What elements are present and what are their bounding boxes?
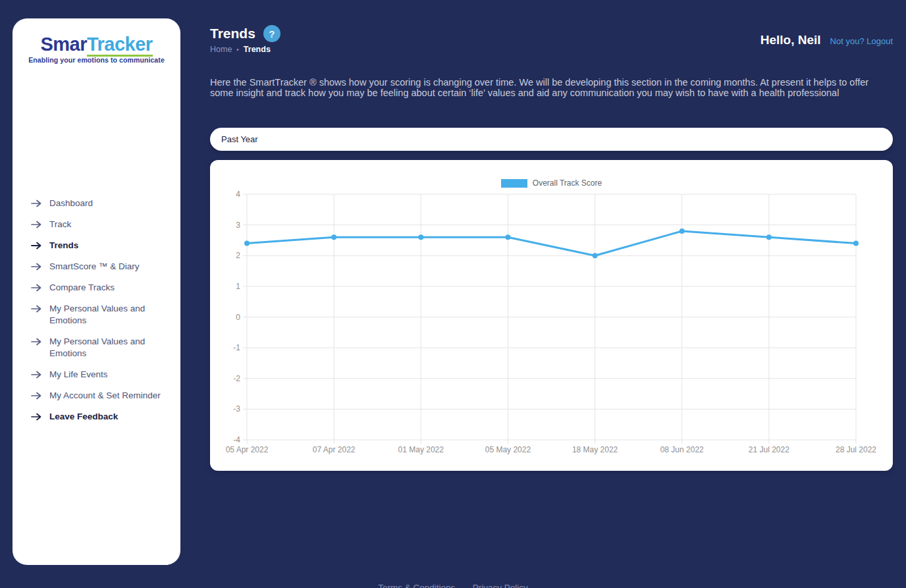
y-axis-tick-label: 0 xyxy=(236,313,240,322)
arrow-right-icon xyxy=(31,242,41,250)
sidebar-item-resources[interactable]: My Personal Values and Emotions xyxy=(31,303,171,327)
arrow-right-icon xyxy=(31,284,41,292)
arrow-right-icon xyxy=(31,263,41,271)
page-title: Trends xyxy=(210,25,255,42)
trend-line-chart[interactable]: 43210-1-2-3-405 Apr 202207 Apr 202201 Ma… xyxy=(210,186,893,463)
logout-link[interactable]: Not you? Logout xyxy=(830,36,893,46)
sidebar-item-smartscore-diary[interactable]: SmartScore ™ & Diary xyxy=(31,261,171,273)
sidebar-item-label: Dashboard xyxy=(49,198,93,209)
sidebar-item-account-reminder[interactable]: My Account & Set Reminder xyxy=(31,390,171,402)
sidebar-item-label: My Account & Set Reminder xyxy=(49,390,161,402)
breadcrumb-separator: • xyxy=(236,46,239,53)
data-point[interactable] xyxy=(244,241,250,246)
greeting-text: Hello, Neil xyxy=(760,32,821,49)
sidebar-item-label: Trends xyxy=(49,240,78,252)
y-axis-tick-label: 1 xyxy=(236,282,240,291)
arrow-right-icon xyxy=(31,338,41,346)
x-axis-tick-label: 28 Jul 2022 xyxy=(836,445,876,454)
logo-text-tracker: Tracker xyxy=(87,34,153,57)
arrow-right-icon xyxy=(31,392,41,400)
logo-tagline: Enabling your emotions to communicate xyxy=(13,56,180,64)
app-logo: SmarTracker Enabling your emotions to co… xyxy=(13,18,180,64)
data-point[interactable] xyxy=(593,253,598,258)
arrow-right-icon xyxy=(31,413,41,421)
sidebar-item-trends[interactable]: Trends xyxy=(31,240,171,252)
x-axis-tick-label: 21 Jul 2022 xyxy=(749,445,789,454)
x-axis-tick-label: 05 May 2022 xyxy=(485,445,531,454)
y-axis-tick-label: -2 xyxy=(233,374,240,383)
sidebar-item-label: SmartScore ™ & Diary xyxy=(49,261,140,273)
x-axis-tick-label: 18 May 2022 xyxy=(572,445,618,454)
sidebar-item-track[interactable]: Track xyxy=(31,219,171,230)
intro-paragraph: Here the SmartTracker ® shows how your s… xyxy=(210,77,893,98)
y-axis-tick-label: 2 xyxy=(236,251,240,260)
arrow-right-icon xyxy=(31,305,41,313)
page-header: Trends ? xyxy=(210,25,280,42)
data-point[interactable] xyxy=(853,241,859,246)
y-axis-tick-label: -3 xyxy=(233,404,240,414)
sidebar-item-life-events[interactable]: My Life Events xyxy=(31,369,171,381)
logo-wordmark: SmarTracker xyxy=(13,34,180,54)
sidebar-item-label: Leave Feedback xyxy=(49,411,118,423)
user-greeting-area: Hello, Neil Not you? Logout xyxy=(760,32,893,49)
sidebar-item-dashboard[interactable]: Dashboard xyxy=(31,198,171,209)
y-axis-tick-label: -1 xyxy=(233,343,240,352)
y-axis-tick-label: 4 xyxy=(236,190,240,199)
trends-chart-card: Overall Track Score 43210-1-2-3-405 Apr … xyxy=(210,160,893,471)
date-range-select[interactable]: Past Year xyxy=(210,128,893,151)
terms-link[interactable]: Terms & Conditions xyxy=(378,583,455,588)
logo-text-smart: Smar xyxy=(40,34,87,55)
breadcrumb-current: Trends xyxy=(244,45,271,54)
sidebar-item-label: My Personal Values and Emotions xyxy=(49,336,171,360)
data-point[interactable] xyxy=(505,234,510,240)
arrow-right-icon xyxy=(31,200,41,207)
sidebar-item-leave-feedback[interactable]: Leave Feedback xyxy=(31,411,171,423)
x-axis-tick-label: 01 May 2022 xyxy=(398,445,444,454)
arrow-right-icon xyxy=(31,221,41,228)
trend-line xyxy=(247,231,856,255)
breadcrumb-home-link[interactable]: Home xyxy=(210,45,232,54)
privacy-link[interactable]: Privacy Policy xyxy=(473,583,528,588)
date-range-selected-value: Past Year xyxy=(221,134,258,144)
sidebar-item-personal-values-emotions[interactable]: My Personal Values and Emotions xyxy=(31,336,171,360)
sidebar-item-label: My Life Events xyxy=(49,369,108,381)
x-axis-tick-label: 08 Jun 2022 xyxy=(660,445,704,454)
data-point[interactable] xyxy=(766,234,772,240)
x-axis-tick-label: 07 Apr 2022 xyxy=(313,445,356,454)
sidebar: SmarTracker Enabling your emotions to co… xyxy=(13,18,180,565)
help-icon[interactable]: ? xyxy=(263,25,280,42)
sidebar-item-label: My Personal Values and Emotions xyxy=(49,303,171,327)
breadcrumb: Home • Trends xyxy=(210,45,271,54)
sidebar-item-label: Compare Tracks xyxy=(49,282,115,294)
arrow-right-icon xyxy=(31,371,41,379)
data-point[interactable] xyxy=(418,234,423,240)
x-axis-tick-label: 05 Apr 2022 xyxy=(226,445,269,454)
data-point[interactable] xyxy=(680,228,685,234)
y-axis-tick-label: -4 xyxy=(233,435,240,444)
footer: Terms & Conditions Privacy Policy xyxy=(0,581,906,588)
sidebar-item-label: Track xyxy=(49,219,71,230)
sidebar-item-compare-tracks[interactable]: Compare Tracks xyxy=(31,282,171,294)
sidebar-nav: Dashboard Track Trends SmartScore ™ & Di… xyxy=(31,198,171,423)
y-axis-tick-label: 3 xyxy=(236,221,240,230)
data-point[interactable] xyxy=(331,234,336,240)
